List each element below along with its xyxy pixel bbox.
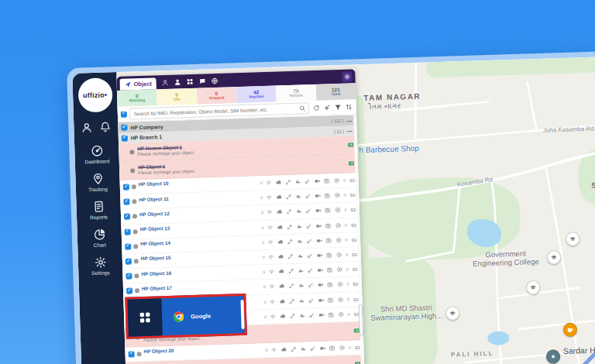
select-all-checkbox[interactable] [121, 111, 127, 117]
recharge-icon[interactable] [348, 160, 355, 167]
chart-icon [93, 228, 105, 241]
object-icon-strip: 00 [261, 221, 356, 231]
power-icon [285, 179, 291, 185]
object-icon-strip: 00 [263, 281, 359, 290]
group-name: HP Company [130, 124, 163, 130]
key-icon [310, 345, 316, 352]
user-icon[interactable] [162, 78, 169, 85]
settings-small-icon[interactable] [322, 103, 332, 112]
camera-icon [327, 282, 333, 288]
count-value: 0 [344, 208, 346, 212]
google-menu-highlight[interactable]: Google [125, 294, 247, 339]
map-label: SAR [591, 180, 595, 190]
search-icon[interactable] [299, 105, 306, 112]
group-checkbox[interactable] [122, 135, 128, 141]
object-subtext: - [139, 215, 189, 221]
sidebar-item-dashboard[interactable]: Dashboard [84, 144, 110, 164]
status-chip-idle[interactable]: 0Idle [156, 88, 197, 106]
status-dot [130, 168, 135, 173]
recharge-icon[interactable] [354, 360, 361, 364]
row-checkbox[interactable] [125, 228, 131, 235]
row-checkbox[interactable] [126, 288, 132, 294]
key-icon [308, 267, 314, 273]
refresh-icon[interactable] [311, 103, 321, 112]
count-value: 0 [264, 314, 267, 319]
count-value: 0 [346, 252, 348, 257]
row-checkbox[interactable] [124, 214, 130, 220]
cloud-icon [277, 239, 284, 245]
recharge-message: Please recharge your object. [137, 150, 194, 158]
uffizio-logo[interactable]: uffizio• [77, 77, 112, 112]
recharge-icon[interactable] [347, 141, 354, 148]
object-subtext: - [139, 186, 188, 191]
status-chip-nodata[interactable]: 79NoData [276, 84, 316, 102]
search-input[interactable] [132, 105, 299, 118]
video-icon [316, 238, 322, 244]
object-icon-strip: 00 [263, 266, 358, 276]
key-icon [308, 312, 315, 318]
chip-label: Idle [174, 98, 181, 102]
map-label: Sardar Heigh [563, 345, 595, 355]
wifi-icon [267, 209, 273, 215]
record-icon [335, 237, 342, 243]
count-value: 0 [262, 240, 264, 245]
wifi-icon [267, 224, 273, 230]
row-checkbox[interactable] [125, 243, 131, 249]
sort-icon[interactable] [344, 102, 353, 112]
cloud-icon [279, 283, 285, 290]
object-subtext: - [144, 353, 194, 359]
row-checkbox[interactable] [129, 351, 135, 357]
status-chip-total[interactable]: 121Total [315, 83, 356, 101]
status-chip-inactive[interactable]: 42Inactive [236, 86, 277, 104]
video-icon [315, 178, 321, 184]
cloud-icon [277, 224, 283, 230]
row-checkbox[interactable] [126, 273, 132, 280]
collapse-icon[interactable]: — [346, 118, 353, 123]
apps-grid-icon[interactable] [127, 298, 162, 336]
sidebar-item-settings[interactable]: Settings [88, 256, 113, 276]
door-icon [298, 268, 304, 274]
status-chip-stopped[interactable]: 0Stopped [197, 87, 237, 105]
count-value: 0 [345, 222, 347, 227]
car-icon [353, 281, 359, 287]
sidebar-item-label: Dashboard [84, 158, 109, 164]
wifi-icon [269, 269, 275, 275]
video-icon [318, 311, 325, 318]
chat-icon[interactable] [199, 77, 206, 84]
record-icon [335, 222, 341, 228]
video-icon [317, 252, 323, 259]
panel-settings-button[interactable] [342, 71, 352, 81]
record-icon [334, 192, 340, 198]
user-icon[interactable] [81, 122, 92, 133]
row-checkbox[interactable] [123, 184, 129, 191]
object-icon-strip: 00 [262, 236, 357, 246]
collapse-icon[interactable]: — [347, 128, 354, 133]
sidebar-item-reports[interactable]: Reports [86, 200, 112, 220]
google-menu-label[interactable]: Google [191, 312, 211, 320]
camera-icon [326, 252, 332, 258]
door-icon [297, 238, 303, 244]
power-icon [288, 268, 294, 274]
filter-icon[interactable] [333, 102, 342, 112]
group-checkbox[interactable] [121, 125, 127, 131]
grid-icon[interactable] [187, 77, 194, 84]
chip-label: Stopped [209, 96, 225, 101]
sidebar-item-chart[interactable]: Chart [87, 228, 112, 248]
row-checkbox[interactable] [123, 199, 129, 205]
status-dot [132, 184, 136, 189]
tab-object[interactable]: Object [119, 77, 156, 90]
sidebar-item-label: Tracking [88, 186, 108, 192]
bell-icon[interactable] [99, 121, 111, 132]
status-chip-running[interactable]: 0Running [117, 89, 157, 107]
count-value: 0 [347, 297, 349, 301]
object-subtext: - [141, 260, 191, 266]
count-value: 0 [347, 311, 349, 316]
driver-icon[interactable] [174, 78, 181, 85]
row-checkbox[interactable] [126, 259, 132, 265]
car-icon [349, 192, 356, 198]
key-icon [308, 283, 314, 289]
network-icon[interactable] [212, 77, 218, 84]
key-icon [305, 208, 311, 215]
sidebar-item-tracking[interactable]: Tracking [85, 172, 111, 192]
camera-icon [328, 311, 334, 318]
